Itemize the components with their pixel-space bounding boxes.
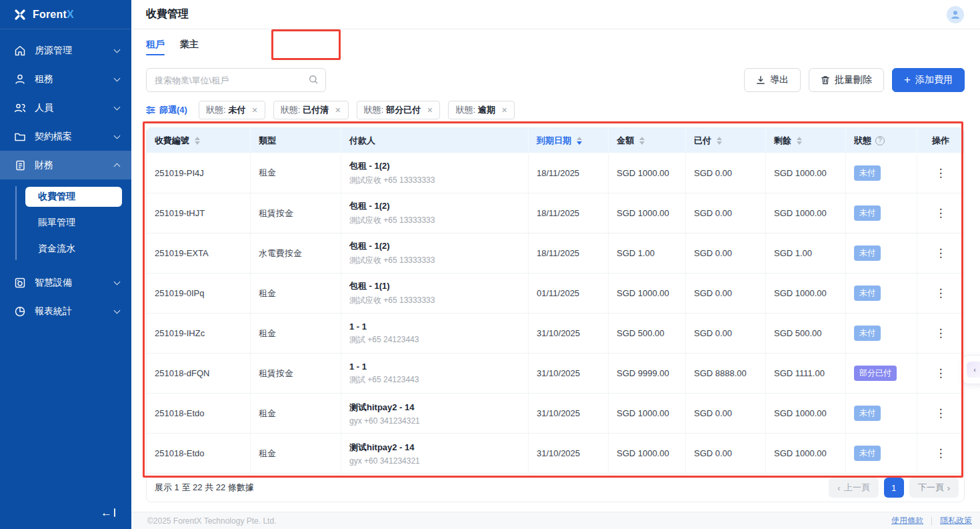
- app-root: ForentX 房源管理 租務 人員 契約檔案: [0, 0, 980, 529]
- cell-remaining: SGD 1000.00: [766, 274, 846, 313]
- pie-chart-icon: [14, 306, 26, 318]
- cell-remaining: SGD 1000.00: [766, 153, 846, 193]
- add-fee-button[interactable]: + 添加費用: [892, 68, 965, 92]
- sidebar-item-smart-devices[interactable]: 智慧設備: [0, 268, 131, 297]
- cell-amount: SGD 500.00: [609, 314, 686, 353]
- floating-widget-tab[interactable]: ‹: [963, 355, 980, 384]
- chip-close-icon[interactable]: ✕: [335, 107, 341, 114]
- row-actions-kebab-icon[interactable]: ⋮: [931, 246, 951, 260]
- sidebar-subitem-cash-flow[interactable]: 資金流水: [0, 235, 131, 261]
- search-icon[interactable]: [309, 75, 319, 85]
- sort-icon-active[interactable]: [577, 137, 582, 145]
- payer-name: 包租 - 1(1): [349, 280, 390, 292]
- cell-fee-id: 251019-tHJT: [147, 193, 251, 233]
- footer-links: 使用條款 隱私政策: [891, 515, 972, 526]
- sidebar-subitem-fee-management[interactable]: 收費管理: [25, 187, 122, 207]
- action-buttons: 導出 批量刪除 + 添加費用: [744, 68, 965, 92]
- sidebar-nav: 房源管理 租務 人員 契約檔案 財務: [0, 29, 131, 529]
- table-row[interactable]: 251019-PI4J 租金 包租 - 1(2) 測試应收 +65 133333…: [147, 153, 964, 193]
- payer-contact: 測試 +65 24123443: [349, 374, 419, 386]
- bulk-delete-button[interactable]: 批量刪除: [809, 68, 884, 92]
- row-actions-kebab-icon[interactable]: ⋮: [931, 446, 951, 460]
- privacy-link[interactable]: 隱私政策: [940, 515, 972, 526]
- export-button[interactable]: 導出: [744, 68, 801, 92]
- payer-contact: 測試应收 +65 13333333: [349, 295, 435, 306]
- sidebar-item-finance[interactable]: 財務: [0, 151, 131, 179]
- user-avatar[interactable]: [947, 6, 964, 23]
- sidebar-subitem-bill-management[interactable]: 賬單管理: [0, 209, 131, 235]
- floating-widget-icon: ‹: [967, 362, 980, 378]
- payer-name: 1 - 1: [349, 322, 367, 332]
- collapse-bar-icon: [114, 508, 115, 517]
- chip-value: 部分已付: [386, 104, 421, 116]
- cell-actions: ⋮: [917, 394, 964, 433]
- brand-name: ForentX: [33, 9, 74, 21]
- sidebar-item-contracts[interactable]: 契約檔案: [0, 122, 131, 151]
- tab-tenant[interactable]: 租戶: [146, 29, 165, 60]
- row-actions-kebab-icon[interactable]: ⋮: [931, 326, 951, 340]
- bulk-delete-label: 批量刪除: [835, 74, 872, 86]
- page-footer: ©2025 ForentX Technology Pte. Ltd. 使用條款 …: [131, 512, 980, 529]
- cell-status: 未付: [846, 314, 917, 353]
- terms-link[interactable]: 使用條款: [891, 515, 923, 526]
- cell-status: 部分已付: [846, 354, 917, 393]
- sort-icon[interactable]: [797, 137, 802, 145]
- table-row[interactable]: 251019-IHZc 租金 1 - 1 測試 +65 24123443 31/…: [147, 313, 964, 353]
- col-fee-id: 收費編號: [147, 128, 251, 153]
- table-row[interactable]: 251019-tHJT 租賃按金 包租 - 1(2) 測試应收 +65 1333…: [147, 193, 964, 233]
- sort-icon[interactable]: [195, 137, 200, 145]
- row-actions-kebab-icon[interactable]: ⋮: [931, 286, 951, 300]
- sidebar-item-tenancy[interactable]: 租務: [0, 65, 131, 93]
- sort-icon[interactable]: [639, 137, 645, 145]
- table-row[interactable]: 251018-Etdo 租金 测试hitpay2 - 14 gyx +60 34…: [147, 393, 964, 433]
- page-title: 收費管理: [146, 7, 189, 21]
- sidebar-item-personnel[interactable]: 人員: [0, 93, 131, 122]
- status-badge: 未付: [854, 245, 881, 261]
- row-actions-kebab-icon[interactable]: ⋮: [931, 366, 951, 380]
- row-actions-kebab-icon[interactable]: ⋮: [931, 206, 951, 220]
- help-icon[interactable]: ?: [875, 136, 885, 145]
- chip-close-icon[interactable]: ✕: [501, 107, 507, 114]
- prev-page-button[interactable]: ‹上一頁: [829, 478, 878, 498]
- page-number-button[interactable]: 1: [884, 478, 904, 498]
- cell-payer: 包租 - 1(2) 測試应收 +65 13333333: [341, 233, 529, 273]
- row-actions-kebab-icon[interactable]: ⋮: [931, 166, 951, 180]
- chip-close-icon[interactable]: ✕: [252, 107, 258, 114]
- chevron-down-icon: [114, 103, 121, 110]
- folder-icon: [14, 131, 26, 143]
- pagination-summary: 展示 1 至 22 共 22 條數據: [155, 482, 254, 494]
- device-icon: [14, 277, 26, 289]
- pagination-controls: ‹上一頁 1 下一頁›: [829, 478, 959, 498]
- chip-prefix: 狀態:: [364, 104, 384, 116]
- row-actions-kebab-icon[interactable]: ⋮: [931, 406, 951, 420]
- cell-due-date: 01/11/2025: [529, 274, 609, 313]
- chip-close-icon[interactable]: ✕: [427, 107, 433, 114]
- cell-remaining: SGD 1.00: [766, 233, 846, 273]
- sidebar-item-reports[interactable]: 報表統計: [0, 297, 131, 326]
- filter-chip: 狀態: 已付清 ✕: [273, 101, 349, 119]
- next-page-button[interactable]: 下一頁›: [909, 478, 959, 498]
- chevron-down-icon: [114, 132, 121, 139]
- sidebar-item-properties[interactable]: 房源管理: [0, 36, 131, 65]
- chevron-up-icon: [114, 163, 121, 170]
- cell-paid: SGD 0.00: [686, 314, 766, 353]
- sort-icon[interactable]: [717, 137, 722, 145]
- chevron-left-icon: ‹: [837, 483, 840, 493]
- brand-logo[interactable]: ForentX: [0, 0, 131, 29]
- table-row[interactable]: 251018-dFQN 租賃按金 1 - 1 測試 +65 24123443 3…: [147, 353, 964, 393]
- cell-remaining: SGD 1000.00: [766, 193, 846, 233]
- table-row[interactable]: 251018-Etdo 租金 测试hitpay2 - 14 gyx +60 34…: [147, 433, 964, 473]
- filter-toggle[interactable]: 篩選(4): [146, 104, 187, 116]
- payer-name: 1 - 1: [349, 362, 367, 372]
- filter-chip: 狀態: 部分已付 ✕: [357, 101, 441, 119]
- col-type: 類型: [251, 128, 341, 153]
- cell-amount: SGD 1000.00: [609, 394, 686, 433]
- sidebar-collapse-button[interactable]: ←: [101, 507, 115, 518]
- tab-owner[interactable]: 業主: [180, 29, 199, 60]
- cell-paid: SGD 0.00: [686, 394, 766, 433]
- sidebar-item-label: 租務: [35, 73, 115, 85]
- search-input[interactable]: [146, 68, 326, 92]
- table-row[interactable]: 251019-0IPq 租金 包租 - 1(1) 測試应收 +65 133333…: [147, 273, 964, 313]
- table-row[interactable]: 251019-EXTA 水電費按金 包租 - 1(2) 測試应收 +65 133…: [147, 233, 964, 273]
- person-icon: [14, 73, 26, 85]
